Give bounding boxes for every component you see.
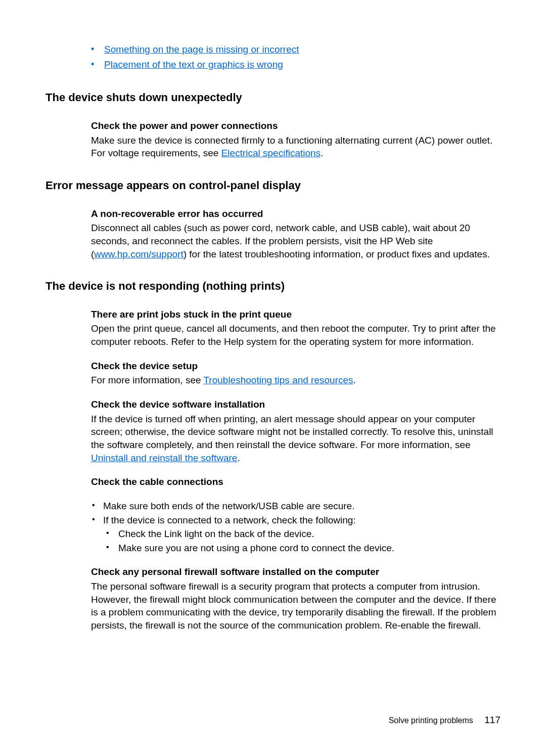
subsection-title: Check the device setup bbox=[91, 360, 500, 373]
body-text: For more information, see Troubleshootin… bbox=[91, 374, 500, 387]
body-text: The personal software firewall is a secu… bbox=[91, 580, 500, 632]
section-not-responding: The device is not responding (nothing pr… bbox=[46, 279, 500, 632]
subsection-title: Check the device software installation bbox=[91, 398, 500, 411]
subsection-title: Check the cable connections bbox=[91, 475, 500, 488]
text-fragment: . bbox=[321, 148, 323, 158]
link-uninstall-reinstall[interactable]: Uninstall and reinstall the software bbox=[91, 453, 237, 463]
text-fragment: If the device is turned off when printin… bbox=[91, 414, 493, 450]
top-link-list: Something on the page is missing or inco… bbox=[91, 43, 500, 71]
section-title: The device shuts down unexpectedly bbox=[46, 90, 500, 105]
subsection-title: A non-recoverable error has occurred bbox=[91, 207, 500, 220]
body-text: Disconnect all cables (such as power cor… bbox=[91, 221, 500, 260]
text-fragment: . bbox=[237, 453, 240, 463]
page-number: 117 bbox=[484, 715, 500, 725]
link-electrical-specs[interactable]: Electrical specifications bbox=[221, 148, 321, 158]
list-item: Something on the page is missing or inco… bbox=[91, 43, 500, 56]
link-placement-wrong[interactable]: Placement of the text or graphics is wro… bbox=[104, 59, 283, 70]
section-error-message: Error message appears on control-panel d… bbox=[46, 178, 500, 260]
section-shuts-down: The device shuts down unexpectedly Check… bbox=[46, 90, 500, 160]
subsection-title: Check any personal firewall software ins… bbox=[91, 565, 500, 579]
list-item: Make sure both ends of the network/USB c… bbox=[90, 500, 500, 513]
text-fragment: . bbox=[353, 375, 356, 385]
list-item: Check the Link light on the back of the … bbox=[103, 527, 500, 541]
body-text: If the device is turned off when printin… bbox=[91, 413, 500, 465]
link-troubleshooting-tips[interactable]: Troubleshooting tips and resources bbox=[203, 375, 353, 385]
text-fragment: If the device is connected to a network,… bbox=[103, 515, 356, 525]
subsection-title: There are print jobs stuck in the print … bbox=[91, 308, 500, 321]
section-title: Error message appears on control-panel d… bbox=[46, 178, 500, 193]
body-text: Make sure the device is connected firmly… bbox=[91, 134, 500, 160]
text-fragment: For more information, see bbox=[91, 375, 203, 385]
page-footer: Solve printing problems 117 bbox=[389, 714, 500, 727]
list-item: If the device is connected to a network,… bbox=[90, 514, 500, 555]
text-fragment: ) for the latest troubleshooting informa… bbox=[184, 249, 490, 259]
footer-section-name: Solve printing problems bbox=[389, 716, 473, 725]
link-missing-incorrect[interactable]: Something on the page is missing or inco… bbox=[104, 44, 299, 55]
link-hp-support[interactable]: www.hp.com/support bbox=[94, 249, 183, 259]
cable-bullet-list: Make sure both ends of the network/USB c… bbox=[90, 500, 500, 555]
list-item: Placement of the text or graphics is wro… bbox=[91, 58, 500, 71]
nested-list: Check the Link light on the back of the … bbox=[103, 527, 500, 554]
subsection-title: Check the power and power connections bbox=[91, 119, 500, 132]
list-item: Make sure you are not using a phone cord… bbox=[103, 542, 500, 555]
section-title: The device is not responding (nothing pr… bbox=[46, 279, 500, 294]
body-text: Open the print queue, cancel all documen… bbox=[91, 322, 500, 348]
